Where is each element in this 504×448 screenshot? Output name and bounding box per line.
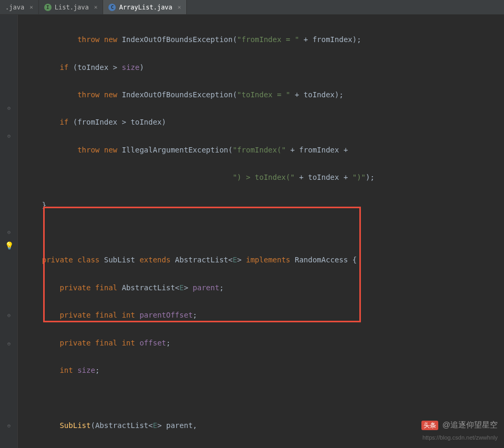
intention-bulb-icon[interactable]: 💡 <box>3 240 15 251</box>
fold-icon[interactable]: ⊖ <box>3 226 15 238</box>
watermark-logo: 头条 <box>421 421 438 430</box>
editor-tabs: .java ✕ I List.java ✕ C ArrayList.java ✕ <box>0 0 504 15</box>
interface-icon: I <box>44 4 52 11</box>
fold-icon[interactable]: ⊖ <box>3 420 15 431</box>
tab-list-java[interactable]: I List.java ✕ <box>39 0 104 14</box>
fold-icon[interactable]: ⊖ <box>3 338 15 349</box>
close-icon[interactable]: ✕ <box>29 4 33 11</box>
fold-icon[interactable]: ⊖ <box>3 130 15 141</box>
watermark-line1: 头条 @追逐仰望星空 <box>421 420 498 430</box>
fold-icon[interactable]: ⊖ <box>3 309 15 321</box>
close-icon[interactable]: ✕ <box>94 4 98 11</box>
tab-label: ArrayList.java <box>119 4 172 11</box>
close-icon[interactable]: ✕ <box>178 4 182 11</box>
class-icon: C <box>108 4 116 11</box>
fold-icon[interactable]: ⊖ <box>3 102 15 114</box>
tab-label: .java <box>5 4 24 11</box>
code-editor[interactable]: ⊖ ⊖ ⊖ 💡 ⊖ ⊖ ⊖ throw new IndexOutOfBounds… <box>0 15 504 448</box>
editor-gutter: ⊖ ⊖ ⊖ 💡 ⊖ ⊖ ⊖ <box>0 15 18 448</box>
tab-file-partial[interactable]: .java ✕ <box>0 0 39 14</box>
code-content[interactable]: throw new IndexOutOfBoundsException("fro… <box>18 15 504 448</box>
tab-label: List.java <box>55 4 89 11</box>
watermark-author: @追逐仰望星空 <box>442 420 498 429</box>
watermark-url: https://blog.csdn.net/zwwhnly <box>422 434 498 441</box>
tab-arraylist-java[interactable]: C ArrayList.java ✕ <box>103 0 187 14</box>
